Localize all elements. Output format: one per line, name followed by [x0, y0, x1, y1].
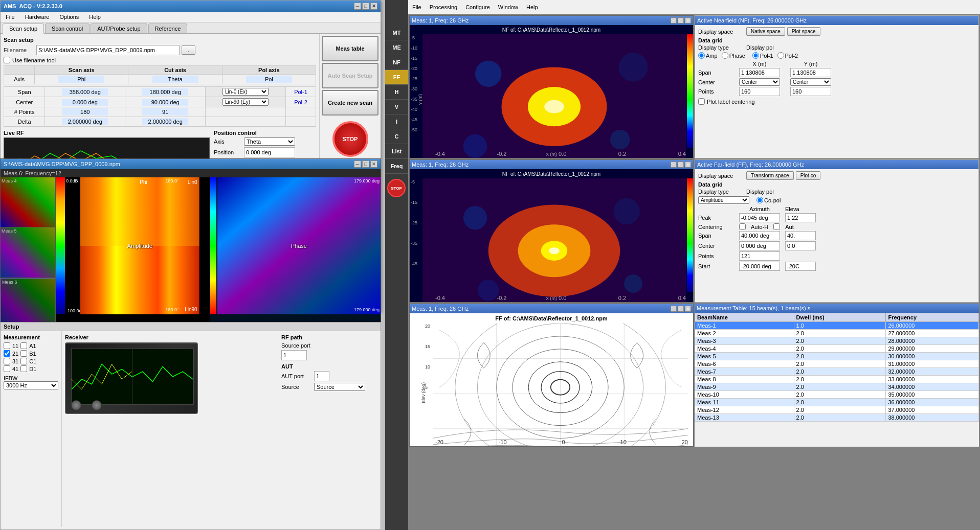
main-menu-help[interactable]: Help	[526, 4, 538, 10]
scan-close[interactable]: ✕	[370, 160, 377, 168]
pol2-radio[interactable]	[777, 52, 784, 59]
tab-scan-setup[interactable]: Scan setup	[3, 24, 44, 34]
nf-tl-close[interactable]: ✕	[685, 17, 691, 24]
nav-stop-btn[interactable]: STOP	[387, 179, 406, 197]
pos-axis-select[interactable]: Theta	[244, 137, 295, 146]
filename-input[interactable]	[36, 45, 180, 55]
ff-amplitude-select[interactable]: Amplitude	[698, 196, 749, 204]
ff-center-el[interactable]	[785, 241, 816, 250]
meas-31-checkbox[interactable]	[4, 358, 10, 364]
peak-el-input[interactable]	[785, 213, 816, 222]
delta-cut[interactable]	[142, 118, 188, 125]
use-filename-checkbox[interactable]	[4, 57, 10, 63]
meas-11-checkbox[interactable]	[4, 342, 10, 349]
meas-d1-checkbox[interactable]	[20, 365, 27, 372]
source-port-input[interactable]	[281, 350, 307, 360]
minimize-btn[interactable]: ─	[354, 3, 361, 10]
nav-mt[interactable]: MT	[385, 26, 408, 40]
center-y-select[interactable]: Center	[790, 78, 831, 86]
span-scan[interactable]	[62, 88, 108, 96]
auto-scan-setup-btn[interactable]: Auto Scan Setup	[322, 63, 378, 88]
delta-scan[interactable]	[62, 118, 108, 125]
axis-cut-input[interactable]	[152, 76, 198, 83]
meas-table-row[interactable]: Meas-52.030.000000	[695, 353, 979, 360]
receiver-knob-right[interactable]	[92, 400, 102, 410]
close-btn[interactable]: ✕	[370, 3, 377, 10]
points-scan[interactable]	[62, 108, 108, 116]
create-new-scan-btn[interactable]: Create new scan	[322, 90, 378, 116]
meas-table-row[interactable]: Meas-82.033.000000	[695, 376, 979, 383]
ff-minimize[interactable]: ─	[671, 306, 677, 312]
stop-btn[interactable]: STOP	[332, 121, 368, 157]
span-pol-select[interactable]: Lin-0 (Ex)	[222, 88, 269, 96]
peak-az-input[interactable]	[739, 213, 780, 222]
nav-list[interactable]: List	[385, 144, 408, 159]
span-cut[interactable]	[142, 88, 188, 96]
center-pol-select[interactable]: Lin-90 (Ey)	[222, 98, 269, 106]
menu-hardware[interactable]: Hardware	[22, 13, 53, 21]
meas-21-checkbox[interactable]	[4, 350, 10, 357]
nav-ff[interactable]: FF	[385, 70, 408, 85]
ff-copol-radio[interactable]	[756, 197, 763, 203]
meas-table-row[interactable]: Meas-11.026.000000	[695, 322, 979, 330]
nav-freq[interactable]: Freq	[385, 159, 408, 174]
ff-maximize[interactable]: □	[678, 306, 684, 312]
pol1-radio[interactable]	[752, 52, 759, 59]
source-dropdown[interactable]: Source	[314, 383, 365, 391]
meas-table-row[interactable]: Meas-122.037.000000	[695, 406, 979, 414]
meas-table-row[interactable]: Meas-102.035.000000	[695, 391, 979, 399]
meas-b1-checkbox[interactable]	[20, 350, 27, 357]
meas-table-row[interactable]: Meas-62.031.000000	[695, 360, 979, 368]
plot-space-btn[interactable]: Plot space	[787, 27, 820, 36]
meas-table-btn[interactable]: Meas table	[322, 36, 378, 61]
meas-c1-checkbox[interactable]	[20, 358, 27, 364]
auto-h-checkbox[interactable]	[739, 223, 746, 230]
nav-h[interactable]: H	[385, 85, 408, 100]
ff-close[interactable]: ✕	[685, 306, 691, 312]
meas-table-row[interactable]: Meas-92.034.000000	[695, 383, 979, 391]
main-menu-configure[interactable]: Configure	[465, 4, 490, 10]
meas-table-row[interactable]: Meas-32.028.000000	[695, 337, 979, 345]
transform-space-btn[interactable]: Transform space	[746, 171, 794, 180]
meas-table-scroll[interactable]: BeamName Dwell (ms) Frequency Meas-11.02…	[695, 313, 979, 447]
meas-table-row[interactable]: Meas-22.027.000000	[695, 330, 979, 337]
ff-points-val[interactable]	[739, 251, 780, 261]
nf-ml-maximize[interactable]: □	[678, 162, 684, 168]
nav-i[interactable]: I	[385, 114, 408, 129]
menu-help[interactable]: Help	[86, 13, 104, 21]
axis-scan-input[interactable]	[58, 76, 104, 83]
receiver-knob-left[interactable]	[71, 400, 81, 410]
nf-ml-close[interactable]: ✕	[685, 162, 691, 168]
main-menu-window[interactable]: Window	[498, 4, 518, 10]
meas-table-row[interactable]: Meas-72.032.000000	[695, 368, 979, 376]
ff-span-el[interactable]	[785, 231, 816, 240]
auto-checkbox[interactable]	[773, 223, 780, 230]
center-cut[interactable]	[142, 99, 188, 106]
amp-radio[interactable]	[698, 52, 705, 59]
menu-options[interactable]: Options	[56, 13, 82, 21]
ff-start-az[interactable]	[739, 262, 780, 271]
plot-co-btn[interactable]: Plot co	[796, 171, 821, 180]
nf-tl-minimize[interactable]: ─	[671, 17, 677, 24]
span-y-input[interactable]	[790, 68, 831, 77]
aut-port-input[interactable]	[314, 371, 329, 381]
points-cut[interactable]	[142, 108, 188, 116]
meas-table-row[interactable]: Meas-112.036.000000	[695, 399, 979, 406]
ff-span-az[interactable]	[739, 231, 780, 240]
scan-minimize[interactable]: ─	[354, 160, 361, 168]
center-scan[interactable]	[62, 99, 108, 106]
meas-thumb-4[interactable]: Meas 4	[1, 177, 55, 227]
scan-maximize[interactable]: □	[362, 160, 369, 168]
nav-v[interactable]: V	[385, 100, 408, 114]
meas-table-row[interactable]: Meas-132.038.000000	[695, 414, 979, 422]
maximize-btn[interactable]: □	[362, 3, 369, 10]
meas-a1-checkbox[interactable]	[20, 342, 27, 349]
meas-thumb-5[interactable]: Meas 5	[1, 227, 55, 278]
nf-tl-maximize[interactable]: □	[678, 17, 684, 24]
main-menu-processing[interactable]: Processing	[430, 4, 457, 10]
native-space-btn[interactable]: Native space	[746, 27, 785, 36]
span-x-input[interactable]	[739, 68, 780, 77]
menu-file[interactable]: File	[3, 13, 18, 21]
ff-center-az[interactable]	[739, 241, 780, 250]
center-x-select[interactable]: Center	[739, 78, 780, 86]
